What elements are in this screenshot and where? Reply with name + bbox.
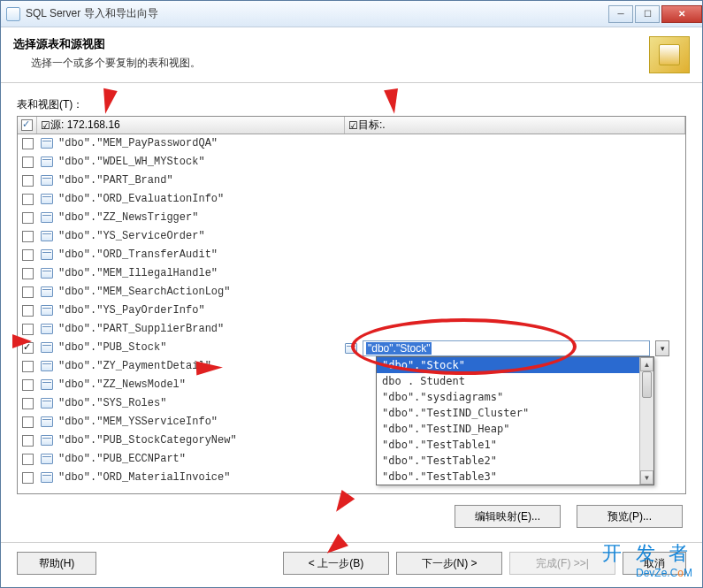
back-button[interactable]: < 上一步(B) [283, 552, 389, 575]
table-icon [41, 175, 53, 186]
source-name: "dbo"."MEM_IllegalHandle" [58, 267, 218, 279]
source-name: "dbo"."PUB_ECCNPart" [58, 453, 186, 465]
minimize-button[interactable]: ─ [608, 5, 633, 23]
scroll-down-icon[interactable]: ▼ [640, 470, 653, 485]
row-checkbox[interactable] [22, 194, 34, 205]
dropdown-button[interactable] [655, 340, 669, 356]
row-checkbox[interactable] [22, 231, 34, 242]
table-row[interactable]: "dbo"."ORD_EvaluationInfo" [18, 190, 685, 209]
row-checkbox[interactable] [22, 175, 34, 187]
table-icon [41, 212, 53, 223]
source-name: "dbo"."SYS_Roles" [58, 397, 166, 409]
dropdown-option[interactable]: "dbo"."TestTable2" [377, 453, 653, 469]
dropdown-option[interactable]: "dbo"."sysdiagrams" [377, 389, 653, 405]
dropdown-option[interactable]: "dbo"."TestTable1" [377, 437, 653, 453]
destination-cell[interactable]: "dbo"."Stock" [345, 339, 669, 357]
row-checkbox[interactable] [22, 305, 34, 317]
destination-editbox[interactable]: "dbo"."Stock" [363, 340, 650, 356]
cancel-button[interactable]: 取消 [623, 552, 686, 575]
table-row[interactable]: "dbo"."YS_PayOrderInfo" [18, 302, 685, 320]
dropdown-option[interactable]: dbo . Student [377, 373, 653, 389]
table-row[interactable]: "dbo"."ORD_TransferAudit" [18, 246, 685, 264]
next-button[interactable]: 下一步(N) > [396, 552, 502, 575]
row-checkbox[interactable] [22, 416, 34, 428]
row-checkbox[interactable] [22, 435, 34, 447]
source-name: "dbo"."PUB_StockCategoryNew" [58, 434, 237, 447]
dropdown-option[interactable]: "dbo"."TestIND_Cluster" [377, 405, 653, 421]
row-checkbox[interactable] [22, 324, 34, 335]
page-subtitle: 选择一个或多个要复制的表和视图。 [13, 56, 640, 71]
dropdown-option[interactable]: "dbo"."TestTable3" [377, 469, 653, 485]
select-all-checkbox[interactable] [21, 119, 33, 131]
wizard-icon [649, 36, 690, 73]
source-name: "dbo"."MEM_PayPasswordQA" [58, 137, 218, 149]
row-checkbox[interactable] [22, 398, 34, 409]
divider [1, 542, 702, 543]
source-name: "dbo"."YS_PayOrderInfo" [58, 304, 205, 317]
table-icon [41, 231, 53, 241]
window-title: SQL Server 导入和导出向导 [26, 6, 607, 21]
table-icon [345, 343, 357, 354]
wizard-window: SQL Server 导入和导出向导 ─ ☐ ✕ 选择源表和源视图 选择一个或多… [0, 0, 703, 588]
close-button[interactable]: ✕ [661, 5, 702, 23]
source-name: "dbo"."ORD_MaterialInvoice" [58, 471, 230, 484]
destination-dropdown[interactable]: "dbo"."Stock"dbo . Student"dbo"."sysdiag… [376, 356, 654, 485]
table-row[interactable]: "dbo"."MEM_IllegalHandle" [18, 264, 685, 283]
source-name: "dbo"."MEM_SearchActionLog" [58, 286, 230, 298]
row-checkbox[interactable] [22, 342, 34, 354]
grid-actions: 编辑映射(E)... 预览(P)... [17, 494, 686, 531]
table-icon [41, 416, 53, 427]
dropdown-option[interactable]: "dbo"."TestIND_Heap" [377, 421, 653, 437]
title-bar: SQL Server 导入和导出向导 ─ ☐ ✕ [1, 1, 702, 27]
wizard-header: 选择源表和源视图 选择一个或多个要复制的表和视图。 [1, 27, 702, 83]
table-icon [41, 435, 53, 446]
source-name: "dbo"."ZY_PaymentDetail" [58, 360, 211, 372]
help-button[interactable]: 帮助(H) [17, 552, 96, 575]
edit-mapping-button[interactable]: 编辑映射(E)... [455, 505, 561, 528]
table-icon [41, 249, 53, 260]
tables-grid: ☑ 源: 172.168.16 ☑ 目标:. "dbo"."MEM_PayPas… [17, 116, 686, 494]
header-checkbox-cell[interactable] [18, 117, 37, 134]
header-destination[interactable]: ☑ 目标:. [345, 117, 685, 134]
row-checkbox[interactable] [22, 472, 34, 484]
table-icon [41, 361, 53, 371]
row-checkbox[interactable] [22, 379, 34, 391]
row-checkbox[interactable] [22, 138, 34, 149]
scroll-up-icon[interactable]: ▲ [640, 357, 653, 371]
table-icon [41, 138, 53, 149]
maximize-button[interactable]: ☐ [635, 5, 660, 23]
table-icon [41, 305, 53, 316]
row-checkbox[interactable] [22, 268, 34, 279]
table-icon [41, 157, 53, 167]
scrollbar[interactable]: ▲ ▼ [639, 357, 653, 485]
table-row[interactable]: "dbo"."MEM_PayPasswordQA" [18, 134, 685, 153]
row-checkbox[interactable] [22, 454, 34, 465]
scroll-thumb[interactable] [642, 371, 652, 398]
dropdown-option[interactable]: "dbo"."Stock" [377, 357, 653, 373]
table-row[interactable]: "dbo"."MEM_SearchActionLog" [18, 283, 685, 302]
row-checkbox[interactable] [22, 286, 34, 298]
table-icon [41, 286, 53, 297]
row-checkbox[interactable] [22, 361, 34, 372]
grid-body: "dbo"."MEM_PayPasswordQA""dbo"."WDEL_WH_… [18, 134, 685, 493]
source-name: "dbo"."WDEL_WH_MYStock" [58, 156, 205, 168]
preview-button[interactable]: 预览(P)... [577, 505, 683, 528]
table-row[interactable]: "dbo"."WDEL_WH_MYStock" [18, 153, 685, 172]
nav-buttons: < 上一步(B) 下一步(N) > 完成(F) >>| 取消 [283, 552, 686, 575]
page-title: 选择源表和源视图 [13, 36, 640, 52]
table-row[interactable]: "dbo"."PART_Brand" [18, 172, 685, 190]
table-row[interactable]: "dbo"."ZZ_NewsTrigger" [18, 209, 685, 227]
source-name: "dbo"."PART_Brand" [58, 174, 173, 187]
header-source[interactable]: ☑ 源: 172.168.16 [37, 117, 345, 134]
table-icon [41, 324, 53, 334]
table-icon [41, 379, 53, 390]
table-row[interactable]: "dbo"."PART_SupplierBrand" [18, 320, 685, 339]
row-checkbox[interactable] [22, 157, 34, 168]
table-row[interactable]: "dbo"."YS_ServiceOrder" [18, 227, 685, 246]
source-name: "dbo"."ORD_TransferAudit" [58, 248, 218, 261]
app-icon [6, 7, 20, 21]
row-checkbox[interactable] [22, 212, 34, 224]
table-icon [41, 342, 53, 353]
table-icon [41, 398, 53, 409]
row-checkbox[interactable] [22, 249, 34, 261]
